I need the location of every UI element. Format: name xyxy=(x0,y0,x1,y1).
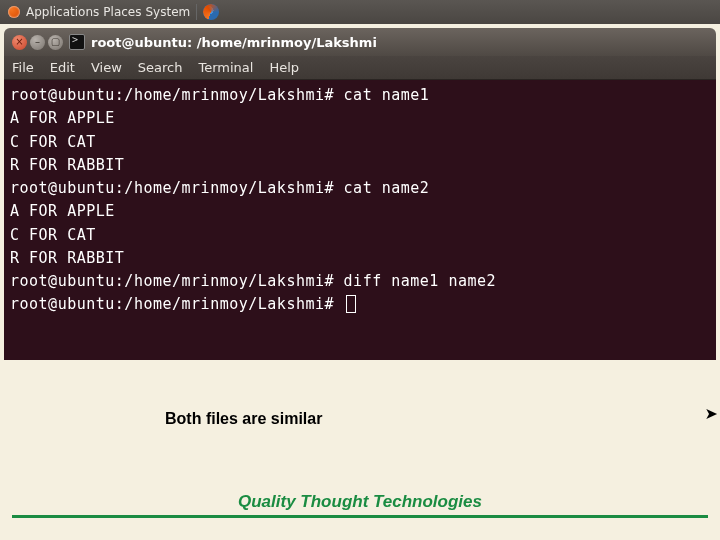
terminal-prompt-line: root@ubuntu:/home/mrinmoy/Lakshmi# cat n… xyxy=(10,177,710,200)
menu-help[interactable]: Help xyxy=(269,60,299,75)
terminal-prompt-line: root@ubuntu:/home/mrinmoy/Lakshmi# cat n… xyxy=(10,84,710,107)
terminal-output-line: C FOR CAT xyxy=(10,131,710,154)
menu-file[interactable]: File xyxy=(12,60,34,75)
caption-text: Both files are similar xyxy=(165,410,322,428)
footer-text: Quality Thought Technologies xyxy=(0,492,720,512)
gnome-top-panel: Applications Places System xyxy=(0,0,720,24)
terminal-prompt-line: root@ubuntu:/home/mrinmoy/Lakshmi# xyxy=(10,293,710,316)
ubuntu-logo-icon xyxy=(6,4,22,20)
terminal-output-line: A FOR APPLE xyxy=(10,107,710,130)
terminal-output-line: C FOR CAT xyxy=(10,224,710,247)
terminal-output-line: R FOR RABBIT xyxy=(10,154,710,177)
window-titlebar[interactable]: × – ▢ root@ubuntu: /home/mrinmoy/Lakshmi xyxy=(4,28,716,56)
panel-menu-applications[interactable]: Applications xyxy=(26,5,99,19)
footer-divider xyxy=(12,515,708,518)
minimize-icon[interactable]: – xyxy=(30,35,45,50)
terminal-output-line: R FOR RABBIT xyxy=(10,247,710,270)
menu-search[interactable]: Search xyxy=(138,60,183,75)
maximize-icon[interactable]: ▢ xyxy=(48,35,63,50)
mouse-cursor-icon: ➤ xyxy=(705,404,718,423)
panel-menu-system[interactable]: System xyxy=(145,5,190,19)
menu-terminal[interactable]: Terminal xyxy=(198,60,253,75)
window-buttons: × – ▢ xyxy=(12,35,63,50)
close-icon[interactable]: × xyxy=(12,35,27,50)
terminal-prompt-line: root@ubuntu:/home/mrinmoy/Lakshmi# diff … xyxy=(10,270,710,293)
menu-edit[interactable]: Edit xyxy=(50,60,75,75)
terminal-window: × – ▢ root@ubuntu: /home/mrinmoy/Lakshmi… xyxy=(4,28,716,360)
panel-menu-places[interactable]: Places xyxy=(103,5,141,19)
firefox-icon[interactable] xyxy=(203,4,219,20)
menubar: File Edit View Search Terminal Help xyxy=(4,56,716,80)
panel-separator xyxy=(196,4,197,20)
menu-view[interactable]: View xyxy=(91,60,122,75)
terminal-icon xyxy=(69,34,85,50)
terminal-body[interactable]: root@ubuntu:/home/mrinmoy/Lakshmi# cat n… xyxy=(4,80,716,360)
terminal-output-line: A FOR APPLE xyxy=(10,200,710,223)
window-title: root@ubuntu: /home/mrinmoy/Lakshmi xyxy=(91,35,377,50)
terminal-cursor xyxy=(346,295,356,313)
